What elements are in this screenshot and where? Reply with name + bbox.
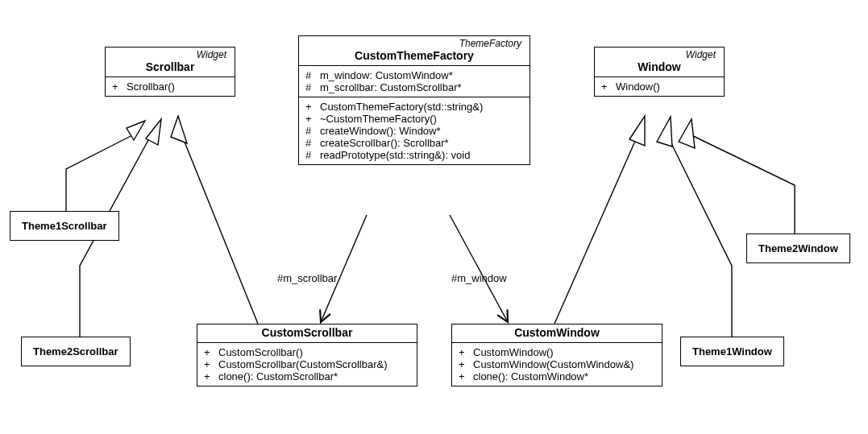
svg-marker-3 xyxy=(629,116,645,146)
operation-row: # createScrollbar(): Scrollbar* xyxy=(305,137,523,149)
operation-row: # readPrototype(std::string&): void xyxy=(305,149,523,161)
class-customscrollbar: CustomScrollbar + CustomScrollbar() + Cu… xyxy=(197,324,417,386)
edge-ctf-to-customscrollbar xyxy=(321,215,367,322)
class-name: CustomWindow xyxy=(457,326,657,339)
class-theme1window: Theme1Window xyxy=(680,337,784,366)
edge-ctf-to-customwindow xyxy=(450,215,508,322)
operation-row: + clone(): CustomWindow* xyxy=(459,370,655,382)
class-theme2scrollbar: Theme2Scrollbar xyxy=(21,337,131,366)
svg-marker-1 xyxy=(146,119,161,145)
stereotype-label: Widget xyxy=(110,49,230,60)
class-customwindow: CustomWindow + CustomWindow() + CustomWi… xyxy=(451,324,662,386)
operation-row: + ~CustomThemeFactory() xyxy=(305,113,523,125)
operation-row: + CustomScrollbar() xyxy=(204,346,410,358)
assoc-label-mscrollbar: #m_scrollbar xyxy=(277,272,337,284)
edge-theme1window-to-window xyxy=(666,132,732,337)
class-window: Widget Window + Window() xyxy=(594,47,725,97)
operation-row: + clone(): CustomScrollbar* xyxy=(204,370,410,382)
operation-row: + CustomThemeFactory(std::string&) xyxy=(305,101,523,113)
class-name: CustomScrollbar xyxy=(202,326,412,339)
assoc-label-mwindow: #m_window xyxy=(451,272,507,284)
svg-marker-0 xyxy=(127,121,145,140)
stereotype-label: ThemeFactory xyxy=(304,38,525,49)
operation-row: + CustomWindow(CustomWindow&) xyxy=(459,358,655,370)
class-theme2window: Theme2Window xyxy=(746,234,850,263)
operation-row: + CustomWindow() xyxy=(459,346,655,358)
svg-marker-5 xyxy=(679,119,695,148)
class-name: CustomThemeFactory xyxy=(304,49,525,62)
class-name: Scrollbar xyxy=(110,60,230,73)
edge-customscrollbar-to-scrollbar xyxy=(181,132,258,324)
class-theme1scrollbar: Theme1Scrollbar xyxy=(10,211,119,241)
attribute-row: # m_window: CustomWindow* xyxy=(305,69,523,81)
edge-customwindow-to-window xyxy=(554,132,639,324)
operation-row: + CustomScrollbar(CustomScrollbar&) xyxy=(204,358,410,370)
class-customthemefactory: ThemeFactory CustomThemeFactory # m_wind… xyxy=(298,35,530,165)
edge-theme2window-to-window xyxy=(685,132,795,234)
stereotype-label: Widget xyxy=(600,49,719,60)
class-scrollbar: Widget Scrollbar + Scrollbar() xyxy=(105,47,235,97)
svg-marker-2 xyxy=(171,116,187,143)
class-name: Window xyxy=(600,60,719,73)
svg-marker-4 xyxy=(657,117,672,147)
attribute-row: # m_scrollbar: CustomScrollbar* xyxy=(305,81,523,93)
edge-theme1scrollbar-to-scrollbar xyxy=(66,132,139,211)
operation-row: + Scrollbar() xyxy=(112,81,228,93)
operation-row: # createWindow(): Window* xyxy=(305,125,523,137)
operation-row: + Window() xyxy=(601,81,717,93)
